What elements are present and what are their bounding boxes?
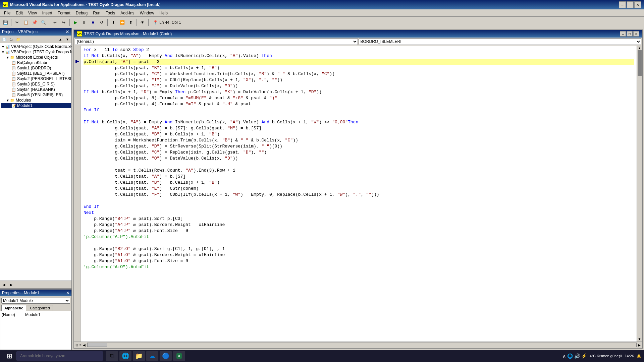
scroll-thumb[interactable]	[638, 50, 642, 76]
project-scroll-down[interactable]: ▼	[64, 36, 71, 42]
toolbar-paste[interactable]: 📌	[31, 18, 39, 26]
code-line: isim = WorksheetFunction.Trim(b.Cells(x,…	[84, 137, 634, 143]
module-dropdown[interactable]: Module1 Module	[1, 298, 70, 304]
taskbar-search[interactable]	[16, 351, 103, 361]
tab-alphabetic[interactable]: Alphabetic	[1, 305, 26, 311]
taskbar-app-taskview[interactable]: ⧉	[106, 351, 118, 361]
code-gutter: ▶	[74, 46, 81, 342]
menu-addins[interactable]: Add-Ins	[118, 10, 137, 16]
menu-insert[interactable]: Insert	[40, 10, 55, 16]
network-icon[interactable]: 🌐	[567, 353, 573, 359]
excel-icon: X	[176, 353, 182, 359]
tree-nav-left[interactable]: ◀	[1, 282, 7, 288]
tree-item-sayfa5[interactable]: 📋 Sayfa5 (YENI GIRIŞLER)	[1, 92, 71, 98]
volume-icon[interactable]: 🔊	[574, 353, 580, 359]
toolbar-step[interactable]: ⬇	[109, 18, 117, 26]
code-window-title: TEST Oyak Dragos Maaş.xlsm - Module1 (Co…	[84, 32, 172, 36]
tree-item-sayfa1[interactable]: 📋 Sayfa1 (BORDRO)	[1, 65, 71, 71]
code-window-close[interactable]: ✕	[633, 31, 639, 37]
taskbar: ⊞ ⧉ 🌐 📁 ☁ 🔵 X ∧ 🌐 🔊 ⚡ 4°C Kısmen güneşli…	[0, 350, 644, 362]
toolbar-copy[interactable]: 📋	[22, 18, 30, 26]
tree-item-excel-objects[interactable]: ▼ 📁 Microsoft Excel Objects	[1, 55, 71, 60]
menu-debug[interactable]: Debug	[73, 10, 90, 16]
toolbar-sep2	[49, 19, 49, 26]
battery-icon[interactable]: ⚡	[581, 353, 587, 359]
menu-run[interactable]: Run	[90, 10, 103, 16]
code-scrollbar-vertical[interactable]: ▲ ▼	[637, 46, 642, 342]
scroll-right-btn[interactable]: ▶	[638, 343, 641, 347]
project-view-code[interactable]: 📄	[1, 36, 7, 42]
tree-arrow[interactable]: ▼	[6, 56, 9, 59]
taskbar-app-onedrive[interactable]: ☁	[146, 351, 158, 361]
menu-format[interactable]: Format	[55, 10, 73, 16]
tree-item-project2[interactable]: ▼ 📊 VBAProject (TEST Oyak Dragos M	[1, 49, 71, 55]
system-clock[interactable]: 14:26	[625, 354, 634, 358]
tree-item-sayfa11[interactable]: 📋 Sayfa11 (BES_TAHSILAT)	[1, 71, 71, 76]
notification-icon[interactable]: 🔔	[637, 354, 641, 358]
toolbar-stepover[interactable]: ⏩	[118, 18, 126, 26]
tree-item-project1[interactable]: ▼ 📊 VBAProject (Oyak Ocak Bordro.xk	[1, 44, 71, 49]
tree-scroll-nav: ◀ ▶	[0, 281, 71, 288]
scroll-down-btn[interactable]: ▼	[638, 337, 641, 341]
taskbar-app-excel[interactable]: X	[173, 351, 185, 361]
tree-item-sayfa3[interactable]: 📋 Sayfa3 (BES_GIRIS)	[1, 81, 71, 87]
taskbar-app-explorer[interactable]: 📁	[133, 351, 145, 361]
chevron-up-icon[interactable]: ∧	[562, 353, 566, 359]
properties-panel-close[interactable]: ✕	[66, 291, 69, 295]
tree-item-module1[interactable]: 📝 Module1	[1, 103, 71, 108]
taskbar-app-edge[interactable]: 🌐	[119, 351, 131, 361]
start-button[interactable]: ⊞	[3, 351, 16, 361]
menu-edit[interactable]: Edit	[13, 10, 25, 16]
object-dropdown[interactable]: (General)	[75, 38, 358, 45]
code-window-maximize[interactable]: □	[627, 31, 633, 37]
scroll-up-btn[interactable]: ▲	[638, 46, 641, 50]
toolbar-cut[interactable]: ✂	[13, 18, 21, 26]
tree-arrow[interactable]: ▼	[1, 50, 5, 54]
procedure-dropdown[interactable]: BORDRO_ISLEMLERI	[359, 38, 642, 45]
code-line	[84, 162, 634, 168]
weather-widget[interactable]: 4°C Kısmen güneşli	[590, 354, 622, 358]
toolbar-find[interactable]: 🔍	[39, 18, 47, 26]
tree-arrow[interactable]: ▼	[1, 45, 5, 49]
tree-item-workbook[interactable]: 📋 BuÇalışmaKitabı	[1, 60, 71, 65]
tab-categorized[interactable]: Categorized	[27, 305, 53, 311]
h-scroll-thumb[interactable]	[87, 343, 107, 347]
title-bar: VB Microsoft Visual Basic for Applicatio…	[0, 0, 644, 9]
tree-arrow[interactable]: ▼	[6, 99, 9, 102]
toolbar-stop[interactable]: ■	[89, 18, 97, 26]
menu-view[interactable]: View	[25, 10, 40, 16]
tree-nav-right[interactable]: ▶	[8, 282, 15, 288]
menu-help[interactable]: Help	[157, 10, 170, 16]
project-toggle-folders[interactable]: 📁	[15, 36, 21, 42]
tree-item-modules[interactable]: ▼ 📁 Modules	[1, 98, 71, 103]
minimize-button[interactable]: –	[619, 1, 626, 8]
tree-item-sayfa2[interactable]: 📋 Sayfa2 (PERSONEL_LISTESI)	[1, 76, 71, 81]
toolbar-sep3	[69, 19, 70, 26]
code-scrollbar-horizontal[interactable]	[87, 343, 637, 347]
tree-item-sayfa4[interactable]: 📋 Sayfa4 (HALKBANK)	[1, 87, 71, 92]
close-button[interactable]: ✕	[634, 1, 641, 8]
taskbar-app-chrome[interactable]: 🔵	[160, 351, 172, 361]
toolbar-watch[interactable]: 👁	[139, 18, 147, 26]
toolbar-save[interactable]: 💾	[1, 18, 9, 26]
tree-label: Module1	[17, 103, 33, 108]
code-content[interactable]: For x = 11 To sonX Step 2 If Not b.Cells…	[81, 46, 637, 342]
code-window-minimize[interactable]: –	[620, 31, 626, 37]
toolbar-redo[interactable]: ↪	[60, 18, 68, 26]
toolbar-reset[interactable]: ↺	[98, 18, 106, 26]
toolbar-pause[interactable]: ⏸	[80, 18, 88, 26]
toolbar-undo[interactable]: ↩	[51, 18, 59, 26]
project-panel-close[interactable]: ✕	[65, 29, 69, 35]
project-scroll-up[interactable]: ▲	[57, 36, 64, 42]
menu-tools[interactable]: Tools	[103, 10, 118, 16]
project-tree: ▼ 📊 VBAProject (Oyak Ocak Bordro.xk ▼ 📊 …	[0, 43, 71, 281]
toolbar-stepout[interactable]: ⬆	[127, 18, 135, 26]
maximize-button[interactable]: □	[627, 1, 634, 8]
code-line: p.Range("A4:P" & psat).Borders.Weight = …	[84, 222, 634, 228]
project-view-object[interactable]: 🗂	[8, 36, 14, 42]
scroll-left-btn[interactable]: ◀	[83, 343, 86, 347]
toolbar-run[interactable]: ▶	[71, 18, 79, 26]
menu-window[interactable]: Window	[137, 10, 157, 16]
menu-file[interactable]: File	[1, 10, 13, 16]
folder-icon: 📁	[10, 98, 15, 103]
